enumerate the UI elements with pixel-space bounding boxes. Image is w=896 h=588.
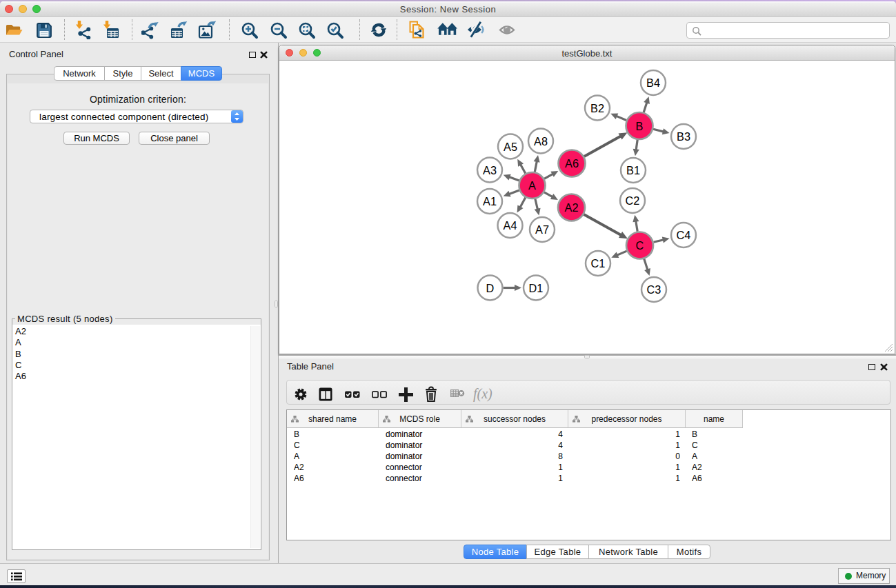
svg-text:C1: C1 xyxy=(591,257,606,270)
svg-text:C3: C3 xyxy=(647,283,661,296)
svg-text:A4: A4 xyxy=(504,219,517,232)
svg-text:A3: A3 xyxy=(483,164,497,176)
svg-text:A1: A1 xyxy=(483,195,497,207)
svg-text:A2: A2 xyxy=(565,201,579,214)
svg-text:B1: B1 xyxy=(626,164,640,176)
svg-text:C4: C4 xyxy=(677,229,691,241)
svg-text:A5: A5 xyxy=(504,141,517,153)
svg-text:B4: B4 xyxy=(646,77,660,89)
svg-text:D: D xyxy=(486,282,495,294)
svg-text:B3: B3 xyxy=(677,130,690,143)
svg-text:C: C xyxy=(636,239,644,252)
svg-text:A: A xyxy=(528,179,536,192)
svg-text:D1: D1 xyxy=(529,282,544,294)
svg-text:B2: B2 xyxy=(590,102,604,114)
svg-text:A6: A6 xyxy=(565,157,579,170)
svg-text:B: B xyxy=(636,120,644,132)
svg-text:A8: A8 xyxy=(534,135,548,148)
svg-text:C2: C2 xyxy=(626,194,640,207)
svg-text:A7: A7 xyxy=(535,223,549,236)
